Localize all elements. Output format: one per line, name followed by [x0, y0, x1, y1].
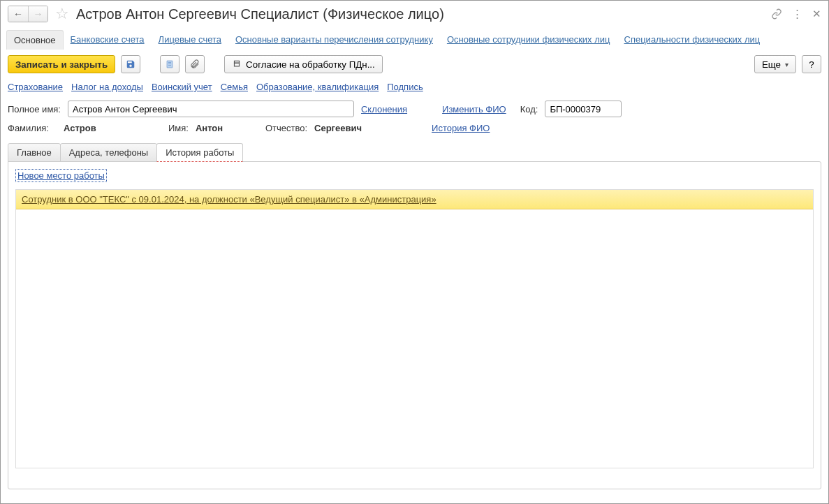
section-tab-main-employees[interactable]: Основные сотрудники физических лиц: [440, 30, 617, 49]
save-and-close-button[interactable]: Записать и закрыть: [8, 55, 115, 73]
more-button[interactable]: Еще: [754, 55, 796, 73]
svg-rect-0: [167, 61, 173, 68]
sublink-income-tax[interactable]: Налог на доходы: [71, 82, 143, 92]
save-button[interactable]: [121, 55, 140, 73]
help-button[interactable]: ?: [802, 55, 821, 73]
document-button[interactable]: [160, 55, 179, 73]
full-name-label: Полное имя:: [8, 104, 61, 114]
code-label: Код:: [520, 104, 538, 114]
svg-rect-5: [235, 61, 240, 63]
job-history-row[interactable]: Сотрудник в ООО "ТЕКС" с 09.01.2024, на …: [16, 190, 813, 209]
back-button[interactable]: ←: [8, 6, 28, 22]
surname-value: Астров: [64, 123, 161, 133]
attachment-button[interactable]: [185, 55, 205, 73]
change-fio-link[interactable]: Изменить ФИО: [442, 104, 506, 114]
favorite-star-icon[interactable]: ☆: [55, 5, 69, 23]
job-history-link[interactable]: Сотрудник в ООО "ТЕКС" с 09.01.2024, на …: [22, 194, 436, 205]
job-history-list: Сотрудник в ООО "ТЕКС" с 09.01.2024, на …: [15, 189, 814, 468]
tab-main[interactable]: Главное: [8, 143, 61, 162]
kebab-menu-icon[interactable]: ⋮: [792, 8, 802, 20]
history-fio-link[interactable]: История ФИО: [432, 123, 490, 133]
window-title: Астров Антон Сергеевич Специалист (Физич…: [76, 6, 444, 22]
pdn-consent-button[interactable]: Согласие на обработку ПДн...: [224, 55, 383, 73]
link-icon[interactable]: [771, 8, 782, 20]
sublink-military[interactable]: Воинский учет: [152, 82, 212, 92]
sublink-education[interactable]: Образование, квалификация: [256, 82, 379, 92]
content-area: Новое место работы Сотрудник в ООО "ТЕКС…: [8, 161, 821, 489]
close-icon[interactable]: ✕: [812, 8, 821, 20]
name-value: Антон: [196, 123, 258, 133]
name-label: Имя:: [168, 123, 189, 133]
sublink-insurance[interactable]: Страхование: [8, 82, 63, 92]
patronymic-label: Отчество:: [265, 123, 307, 133]
section-tab-specialties[interactable]: Специальности физических лиц: [617, 30, 768, 49]
section-tab-bank-accounts[interactable]: Банковские счета: [64, 30, 152, 49]
code-input[interactable]: [545, 101, 622, 117]
forward-button[interactable]: →: [28, 6, 47, 22]
section-tab-main[interactable]: Основное: [6, 30, 64, 50]
declensions-link[interactable]: Склонения: [361, 104, 407, 114]
surname-label: Фамилия:: [8, 123, 57, 133]
patronymic-value: Сергеевич: [314, 123, 362, 133]
tab-job-history[interactable]: История работы: [156, 143, 243, 162]
svg-rect-4: [235, 63, 240, 66]
pdn-consent-label: Согласие на обработку ПДн...: [246, 59, 375, 70]
section-tab-transfer-variants[interactable]: Основные варианты перечисления сотрудник…: [228, 30, 440, 49]
tab-addresses[interactable]: Адреса, телефоны: [60, 143, 158, 162]
sublink-signature[interactable]: Подпись: [387, 82, 423, 92]
new-job-link[interactable]: Новое место работы: [15, 169, 107, 182]
nav-buttons: ← →: [8, 6, 48, 22]
full-name-input[interactable]: [68, 101, 354, 117]
section-tab-personal-accounts[interactable]: Лицевые счета: [152, 30, 228, 49]
sublink-family[interactable]: Семья: [221, 82, 248, 92]
